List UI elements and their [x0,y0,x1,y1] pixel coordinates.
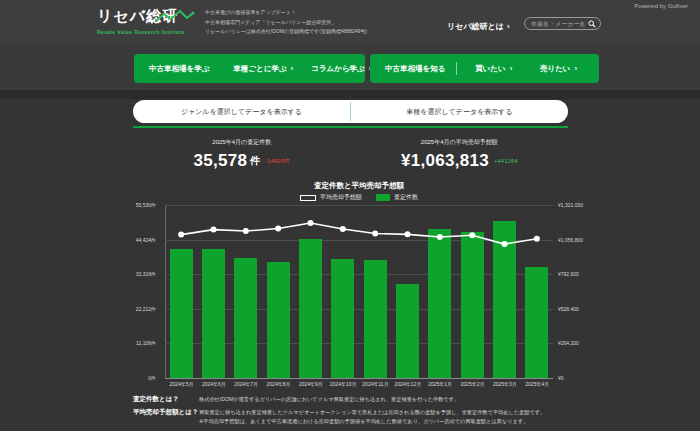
stat-value: 35,578 [194,151,248,171]
footnote-line: ※平均売却予想額は、あくまで中古車流通における売却金額の予測値を平均化した数値で… [199,417,545,426]
footnote-text: 買取査定に持ち込まれ査定検査したクルマがオートオークション等で落札または売却され… [199,408,545,426]
left-axis-tick: 44,424件 [136,237,156,243]
chart-line-point [243,228,249,234]
tab-select-genre[interactable]: ジャンルを選択してデータを表示する [133,100,350,123]
footnote-row: 査定件数とは？ 株式会社IDOMが運営するガリバーの店舗においてクルマ買取査定に… [133,395,583,404]
legend-line-swatch [300,195,316,201]
nav-separator [456,62,457,75]
x-axis-tick: 2024年11月 [359,381,392,387]
stat-assessment-count: 2025年4月の査定件数 35,578 件 -14903件 [133,133,351,179]
data-selector-tabs: ジャンルを選択してデータを表示する 車種を選択してデータを表示する [133,100,568,123]
tagline-line: 中古車選びの価値基準をアップデート！ [205,8,367,18]
chevron-right-icon: › [507,22,510,31]
nav-learn-title[interactable]: 中古車相場を学ぶ [142,64,216,74]
left-axis-tick: 0件 [148,375,156,381]
chevron-right-icon: › [291,64,294,73]
nav-item-label: 車種ごとに学ぶ [233,64,286,74]
chevron-right-icon: › [510,64,513,73]
x-axis-tick: 2024年9月 [294,381,327,387]
header-tagline: 中古車選びの価値基準をアップデート！ 中古車相場専門メディア「リセールバリュー総… [205,8,367,37]
right-axis-tick: ¥792,600 [558,271,579,277]
about-link[interactable]: リセバ総研とは› [447,21,510,32]
nav-item-buy[interactable]: 買いたい› [461,64,526,74]
left-axis-tick: 22,212件 [136,306,156,312]
x-axis-labels: 2024年5月2024年6月2024年7月2024年8月2024年9月2024年… [165,381,553,389]
chart-plot-area [165,205,553,378]
x-axis-tick: 2025年1月 [424,381,457,387]
x-axis-tick: 2024年5月 [165,381,198,387]
nav-item-sell[interactable]: 売りたい› [526,64,591,74]
nav-group-learn: 中古車相場を学ぶ 車種ごとに学ぶ› コラムから学ぶ› [134,54,365,83]
stat-delta-up: +¥41264 [494,158,518,164]
chart-line-point [340,226,346,232]
summary-stats: 2025年4月の査定件数 35,578 件 -14903件 2025年4月の平均… [133,133,568,179]
x-axis-tick: 2024年8月 [262,381,295,387]
chart-line-point [178,232,184,238]
chart-line-point [275,226,281,232]
right-axis-tick: ¥0 [558,375,564,381]
footnote-term: 平均売却予想額とは？ [133,408,199,426]
legend-label: 平均売却予想額 [320,193,362,202]
nav-item-label: 売りたい [540,64,571,74]
legend-label: 査定件数 [394,193,418,202]
x-axis-tick: 2025年4月 [521,381,554,387]
footnotes: 査定件数とは？ 株式会社IDOMが運営するガリバーの店舗においてクルマ買取査定に… [133,395,583,430]
chart-line-point [502,241,508,247]
nav-item-label: 買いたい [475,64,506,74]
chart-title: 査定件数と平均売却予想額 [165,181,553,191]
logo-subtitle: Resale Value Research Institute [97,29,205,35]
chart-line-series [165,205,553,378]
logo-chart-line-icon [155,9,195,24]
right-axis-tick: ¥528,400 [558,306,579,312]
right-axis-tick: ¥1,321,000 [558,202,583,208]
tab-underline [133,126,568,128]
chart-line-point [308,220,314,226]
section-divider [0,90,700,99]
legend-item-bar[interactable]: 査定件数 [376,193,418,202]
nav-market-title[interactable]: 中古車相場を知る [378,64,452,74]
left-axis-tick: 55,530件 [136,202,156,208]
stat-label: 2025年4月の平均売却予想額 [421,138,498,147]
nav-item-learn-by-model[interactable]: 車種ごとに学ぶ› [224,64,302,74]
left-axis-tick: 11,106件 [136,340,156,346]
tab-select-model[interactable]: 車種を選択してデータを表示する [351,100,568,123]
x-axis-tick: 2024年6月 [197,381,230,387]
legend-item-line[interactable]: 平均売却予想額 [300,193,362,202]
site-header: リセバ総研 Resale Value Research Institute 中古… [0,0,700,44]
legend-bar-swatch [376,194,390,201]
footnote-text: 株式会社IDOMが運営するガリバーの店舗においてクルマ買取査定に持ち込まれ、査定… [199,395,459,404]
chart-line-point [405,231,411,237]
site-logo[interactable]: リセバ総研 Resale Value Research Institute [97,5,205,39]
about-link-label: リセバ総研とは [447,22,504,31]
chart-line-point [437,234,443,240]
chart-line-point [534,236,540,242]
chart-line-point [469,232,475,238]
chart-legend: 平均売却予想額 査定件数 [165,193,553,202]
footnote-line: 買取査定に持ち込まれ査定検査したクルマがオートオークション等で落札または売却され… [199,408,545,417]
x-axis-tick: 2024年10月 [327,381,360,387]
stat-value: ¥1,063,813 [401,151,489,171]
x-axis-tick: 2024年7月 [230,381,263,387]
search-icon[interactable] [588,20,596,28]
main-nav: 中古車相場を学ぶ 車種ごとに学ぶ› コラムから学ぶ› 中古車相場を知る 買いたい… [0,44,700,90]
search-box [524,17,601,30]
footnote-row: 平均売却予想額とは？ 買取査定に持ち込まれ査定検査したクルマがオートオークション… [133,408,583,426]
footnote-term: 査定件数とは？ [133,395,199,404]
chart-line-point [211,227,217,233]
search-input[interactable] [531,21,586,27]
nav-item-learn-by-column[interactable]: コラムから学ぶ› [302,64,380,74]
x-axis-tick: 2025年2月 [456,381,489,387]
x-axis-tick: 2025年3月 [488,381,521,387]
chart-line-point [372,231,378,237]
tagline-line: リセールバリューは株式会社IDOMの登録商標です(登録商標4888249号) [205,27,367,37]
right-axis-tick: ¥1,056,800 [558,237,583,243]
chevron-right-icon: › [575,64,578,73]
stat-delta-down: -14903件 [265,157,290,166]
left-axis-tick: 33,318件 [136,271,156,277]
right-axis-tick: ¥264,200 [558,340,579,346]
nav-item-label: コラムから学ぶ [311,64,365,74]
stat-unit: 件 [250,154,260,168]
gridline [165,378,553,379]
nav-group-market: 中古車相場を知る 買いたい› 売りたい› [370,54,599,83]
tagline-line: 中古車相場専門メディア「リセールバリュー総合研究所」 [205,18,367,28]
